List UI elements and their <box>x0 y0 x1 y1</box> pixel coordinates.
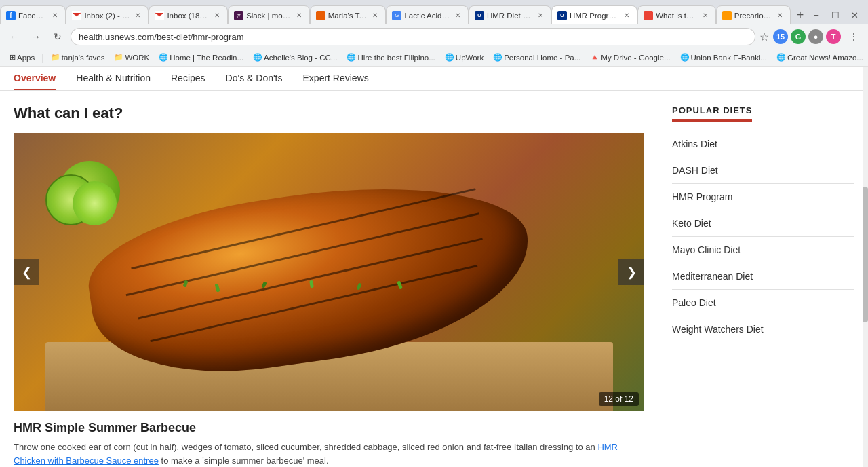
diet-list-item[interactable]: Paleo Diet <box>672 290 854 316</box>
site-nav: OverviewHealth & NutritionRecipesDo's & … <box>0 67 868 91</box>
back-button[interactable]: ← <box>5 28 23 45</box>
bm-icon: 🔺 <box>590 53 599 62</box>
tab-close-button[interactable]: ✕ <box>294 11 304 20</box>
bookmark-item-5[interactable]: 🌐Hire the best Filipino... <box>342 52 439 63</box>
ext-icon-4[interactable]: T <box>826 29 841 44</box>
extension-icons: 15 G ● T <box>773 29 841 44</box>
bookmark-item-3[interactable]: 🌐Home | The Readin... <box>155 52 248 63</box>
url-input[interactable] <box>71 28 755 45</box>
bm-icon: 🌐 <box>493 53 502 62</box>
diet-list-item[interactable]: Mayo Clinic Diet <box>672 237 854 263</box>
sidebar: POPULAR DIETS Atkins DietDASH DietHMR Pr… <box>658 91 868 467</box>
tab-favicon: U <box>475 11 484 20</box>
forward-button[interactable]: → <box>27 28 45 45</box>
bm-label: UpWork <box>456 54 484 62</box>
caption-area: HMR Simple Summer Barbecue Throw one coo… <box>14 411 644 467</box>
bookmark-item-8[interactable]: 🔺My Drive - Google... <box>586 52 674 63</box>
tab-label: What is the ... <box>656 12 698 20</box>
new-tab-button[interactable]: + <box>791 5 810 24</box>
minimize-button[interactable]: − <box>810 8 823 22</box>
nav-item-do-s---don-ts[interactable]: Do's & Don'ts <box>226 73 283 90</box>
tab-favicon: f <box>6 11 16 20</box>
bm-label: My Drive - Google... <box>601 54 670 62</box>
tab-favicon <box>72 11 81 20</box>
carousel-counter: 12 of 12 <box>599 392 639 406</box>
close-button[interactable]: ✕ <box>848 8 861 22</box>
bm-label: Home | The Readin... <box>170 54 243 62</box>
tab-close-button[interactable]: ✕ <box>370 11 380 20</box>
maximize-button[interactable]: ☐ <box>829 8 842 22</box>
tab-close-button[interactable]: ✕ <box>622 11 631 20</box>
caption-text: Throw one cooked ear of corn (cut in hal… <box>14 441 644 467</box>
bookmark-item-1[interactable]: 📁tanja's faves <box>47 52 109 63</box>
tab-close-button[interactable]: ✕ <box>50 11 60 20</box>
ext-icon-1[interactable]: 15 <box>773 29 788 44</box>
tab-marias[interactable]: Maria's Tas... ✕ <box>310 5 387 24</box>
tab-close-button[interactable]: ✕ <box>212 11 222 20</box>
diet-list-item[interactable]: Weight Watchers Diet <box>672 316 854 342</box>
main-layout: What can I eat? <box>0 91 868 467</box>
bm-icon: 📁 <box>51 53 60 62</box>
tab-close-button[interactable]: ✕ <box>536 11 545 20</box>
bookmark-item-10[interactable]: 🌐Great News! Amazo... <box>772 52 867 63</box>
diet-list: Atkins DietDASH DietHMR ProgramKeto Diet… <box>672 131 854 342</box>
tab-whatis[interactable]: What is the ... ✕ <box>637 5 716 24</box>
scrollbar-thumb[interactable] <box>863 187 868 322</box>
bookmark-item-7[interactable]: 🌐Personal Home - Pa... <box>489 52 585 63</box>
bm-icon: 🌐 <box>347 53 356 62</box>
tab-hmr[interactable]: U HMR Diet Re... ✕ <box>469 5 551 24</box>
nav-item-recipes[interactable]: Recipes <box>171 73 205 90</box>
tab-close-button[interactable]: ✕ <box>133 11 142 20</box>
diet-list-item[interactable]: Keto Diet <box>672 210 854 237</box>
bookmark-item-2[interactable]: 📁WORK <box>110 52 153 63</box>
caption-title: HMR Simple Summer Barbecue <box>14 421 644 435</box>
page-content: OverviewHealth & NutritionRecipesDo's & … <box>0 67 868 467</box>
tab-favicon <box>155 11 164 20</box>
lime-decoration <box>45 161 134 229</box>
tab-close-button[interactable]: ✕ <box>701 11 710 20</box>
bm-icon: 🌐 <box>159 53 168 62</box>
menu-button[interactable]: ⋮ <box>845 28 863 45</box>
tab-hmrprog[interactable]: U HMR Program... ✕ <box>551 5 637 24</box>
tab-close-button[interactable]: ✕ <box>775 11 785 20</box>
tab-fb[interactable]: f Facebook ✕ <box>0 5 66 24</box>
bm-icon: 🌐 <box>776 53 786 62</box>
tab-favicon: U <box>557 11 567 20</box>
tab-inbox18[interactable]: Inbox (18) - ... ✕ <box>149 5 228 24</box>
bm-label: Great News! Amazo... <box>787 54 863 62</box>
refresh-button[interactable]: ↻ <box>49 28 66 45</box>
tab-lactic[interactable]: G Lactic Acid in... ✕ <box>386 5 468 24</box>
tab-favicon <box>644 11 653 20</box>
carousel-prev-button[interactable]: ❮ <box>14 259 39 285</box>
diet-list-item[interactable]: Mediterranean Diet <box>672 263 854 290</box>
diet-list-item[interactable]: HMR Program <box>672 184 854 210</box>
bm-icon: 🌐 <box>253 53 262 62</box>
tab-slack[interactable]: # Slack | mode... ✕ <box>228 5 310 24</box>
bm-label: Achelle's Blog - CC... <box>264 54 337 62</box>
diet-list-item[interactable]: Atkins Diet <box>672 131 854 157</box>
ext-icon-3[interactable]: ● <box>808 29 823 44</box>
tab-precarious[interactable]: Precarious 5 ✕ <box>716 5 791 24</box>
bm-label: Apps <box>17 54 35 62</box>
bm-label: WORK <box>125 54 149 62</box>
tab-inbox2[interactable]: Inbox (2) - se... ✕ <box>66 5 149 24</box>
tab-label: Maria's Tas... <box>328 12 368 20</box>
scrollbar-track <box>863 67 868 467</box>
nav-item-overview[interactable]: Overview <box>14 73 56 90</box>
bookmark-item-0[interactable]: ⊞Apps <box>5 52 39 63</box>
nav-item-expert-reviews[interactable]: Expert Reviews <box>303 73 369 90</box>
bookmark-star[interactable]: ☆ <box>760 31 769 43</box>
caption-text-after: to make a 'simple summer barbecue' meal. <box>159 455 329 466</box>
carousel-next-button[interactable]: ❯ <box>618 259 644 285</box>
tab-label: HMR Diet Re... <box>487 12 533 20</box>
bookmark-item-4[interactable]: 🌐Achelle's Blog - CC... <box>249 52 341 63</box>
popular-diets-title: POPULAR DIETS <box>672 105 752 122</box>
bm-label: tanja's faves <box>62 54 105 62</box>
bookmark-item-6[interactable]: 🌐UpWork <box>441 52 488 63</box>
bookmark-item-9[interactable]: 🌐Union Bank E-Banki... <box>676 52 772 63</box>
nav-item-health---nutrition[interactable]: Health & Nutrition <box>76 73 151 90</box>
diet-list-item[interactable]: DASH Diet <box>672 157 854 184</box>
ext-icon-2[interactable]: G <box>791 29 806 44</box>
tab-label: Lactic Acid in... <box>404 12 450 20</box>
tab-close-button[interactable]: ✕ <box>453 11 462 20</box>
